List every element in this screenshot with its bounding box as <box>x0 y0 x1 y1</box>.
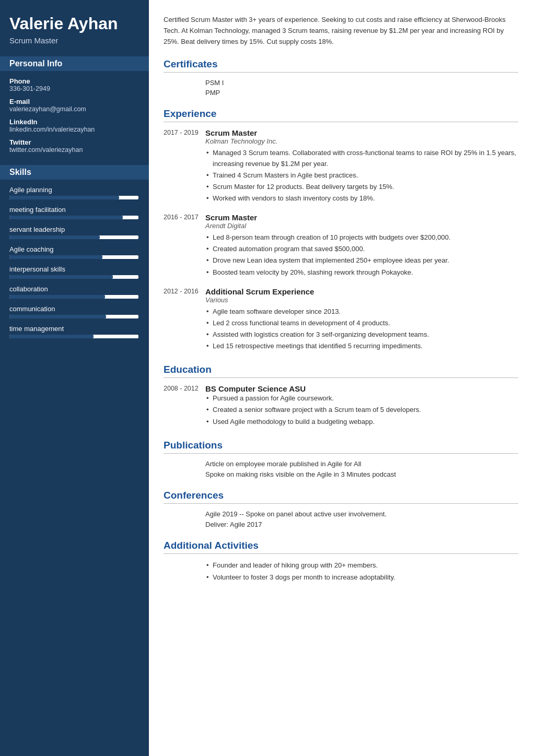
twitter-value: twitter.com/valeriezayhan <box>9 146 138 153</box>
skill-bar-fill <box>9 196 119 199</box>
sidebar: Valerie Ayhan Scrum Master Personal Info… <box>0 0 149 756</box>
skill-name: collaboration <box>9 285 138 293</box>
skill-item: collaboration <box>9 285 138 299</box>
skill-bar-bg <box>9 235 138 239</box>
phone-value: 336-301-2949 <box>9 85 138 92</box>
skill-bar-bg <box>9 315 138 318</box>
exp-bullet: Drove new Lean idea system that implemen… <box>205 255 518 266</box>
exp-date: 2012 - 2016 <box>164 287 205 353</box>
skill-name: interpersonal skills <box>9 265 138 273</box>
experience-list: 2017 - 2019 Scrum Master Kolman Technolo… <box>164 128 518 352</box>
skill-bar-fill <box>9 335 94 338</box>
skills-block: Skills Agile planning meeting facilitati… <box>9 165 138 338</box>
exp-bullet: Created automation program that saved $5… <box>205 244 518 254</box>
exp-bullet: Led 15 retrospective meetings that ident… <box>205 341 518 351</box>
publications-list: Article on employee morale published in … <box>164 460 518 478</box>
exp-bullet: Managed 3 Scrum teams. Collaborated with… <box>205 148 518 169</box>
exp-bullet: Worked with vendors to slash inventory c… <box>205 193 518 204</box>
skill-bar-bg <box>9 295 138 299</box>
exp-bullet: Boosted team velocity by 20%, slashing r… <box>205 267 518 278</box>
email-item: E-mail valeriezayhan@gmail.com <box>9 98 138 113</box>
exp-bullet: Scrum Master for 12 products. Beat deliv… <box>205 182 518 192</box>
skill-bar-fill <box>9 235 100 239</box>
email-label: E-mail <box>9 98 138 105</box>
exp-details: Scrum Master Arendt Digital Led 8-person… <box>205 213 518 279</box>
edu-bullets: Pursued a passion for Agile coursework.C… <box>205 393 518 427</box>
resume-container: Valerie Ayhan Scrum Master Personal Info… <box>0 0 535 756</box>
exp-entry: 2012 - 2016 Additional Scrum Experience … <box>164 287 518 353</box>
linkedin-label: LinkedIn <box>9 118 138 126</box>
publications-heading: Publications <box>164 440 518 454</box>
exp-date: 2016 - 2017 <box>164 213 205 279</box>
activities-list: Founder and leader of hiking group with … <box>205 560 518 583</box>
linkedin-value: linkedin.com/in/valeriezayhan <box>9 126 138 133</box>
summary-text: Certified Scrum Master with 3+ years of … <box>164 15 518 47</box>
exp-bullet: Trained 4 Scrum Masters in Agile best pr… <box>205 170 518 181</box>
exp-date: 2017 - 2019 <box>164 128 205 205</box>
linkedin-item: LinkedIn linkedin.com/in/valeriezayhan <box>9 118 138 133</box>
pub-item: Spoke on making risks visible on the Agi… <box>205 470 518 478</box>
skill-item: communication <box>9 305 138 318</box>
skill-item: Agile planning <box>9 186 138 199</box>
skill-bar-fill <box>9 315 106 318</box>
exp-entry: 2017 - 2019 Scrum Master Kolman Technolo… <box>164 128 518 205</box>
skill-bar-bg <box>9 196 138 199</box>
candidate-name: Valerie Ayhan <box>9 15 138 33</box>
exp-bullet: Assisted with logistics creation for 3 s… <box>205 329 518 340</box>
personal-info-heading: Personal Info <box>0 56 149 71</box>
exp-company: Kolman Technology Inc. <box>205 137 518 145</box>
cert-item: PSM I <box>205 79 518 87</box>
candidate-title: Scrum Master <box>9 36 138 45</box>
skills-heading: Skills <box>0 165 149 180</box>
edu-bullet: Created a senior software project with a… <box>205 405 518 415</box>
exp-job-title: Additional Scrum Experience <box>205 287 518 296</box>
skill-name: Agile coaching <box>9 245 138 253</box>
exp-job-title: Scrum Master <box>205 128 518 137</box>
skill-name: time management <box>9 325 138 333</box>
conferences-heading: Conferences <box>164 490 518 504</box>
exp-bullets: Managed 3 Scrum teams. Collaborated with… <box>205 148 518 204</box>
skill-name: servant leadership <box>9 226 138 233</box>
activity-item: Volunteer to foster 3 dogs per month to … <box>205 572 518 583</box>
experience-section: Experience 2017 - 2019 Scrum Master Kolm… <box>164 108 518 352</box>
exp-bullet: Led 8-person team through creation of 10… <box>205 232 518 243</box>
skill-name: meeting facilitation <box>9 206 138 214</box>
certificates-list: PSM IPMP <box>164 79 518 97</box>
certificates-heading: Certificates <box>164 58 518 73</box>
experience-heading: Experience <box>164 108 518 122</box>
phone-item: Phone 336-301-2949 <box>9 77 138 92</box>
skill-bar-fill <box>9 275 113 279</box>
edu-degree-title: BS Computer Science ASU <box>205 384 518 393</box>
twitter-item: Twitter twitter.com/valeriezayhan <box>9 138 138 153</box>
skill-bar-fill <box>9 216 123 219</box>
skills-list: Agile planning meeting facilitation serv… <box>9 186 138 338</box>
edu-details: BS Computer Science ASU Pursued a passio… <box>205 384 518 428</box>
skill-bar-bg <box>9 216 138 219</box>
publications-section: Publications Article on employee morale … <box>164 440 518 478</box>
certificates-section: Certificates PSM IPMP <box>164 58 518 97</box>
exp-details: Additional Scrum Experience Various Agil… <box>205 287 518 353</box>
phone-label: Phone <box>9 77 138 85</box>
edu-entry: 2008 - 2012 BS Computer Science ASU Purs… <box>164 384 518 428</box>
skill-item: interpersonal skills <box>9 265 138 279</box>
exp-job-title: Scrum Master <box>205 213 518 222</box>
activities-section: Additional Activities Founder and leader… <box>164 540 518 583</box>
education-section: Education 2008 - 2012 BS Computer Scienc… <box>164 364 518 428</box>
conferences-section: Conferences Agile 2019 -- Spoke on panel… <box>164 490 518 528</box>
email-value: valeriezayhan@gmail.com <box>9 105 138 113</box>
edu-bullet: Used Agile methodology to build a budget… <box>205 417 518 427</box>
skill-bar-bg <box>9 275 138 279</box>
exp-bullets: Agile team software developer since 2013… <box>205 306 518 352</box>
exp-bullets: Led 8-person team through creation of 10… <box>205 232 518 278</box>
exp-bullet: Agile team software developer since 2013… <box>205 306 518 317</box>
exp-entry: 2016 - 2017 Scrum Master Arendt Digital … <box>164 213 518 279</box>
cert-item: PMP <box>205 89 518 97</box>
main-content: Certified Scrum Master with 3+ years of … <box>149 0 535 756</box>
skill-bar-fill <box>9 295 105 299</box>
skill-item: time management <box>9 325 138 338</box>
twitter-label: Twitter <box>9 138 138 146</box>
edu-date: 2008 - 2012 <box>164 384 205 428</box>
activity-item: Founder and leader of hiking group with … <box>205 560 518 571</box>
conf-item: Agile 2019 -- Spoke on panel about activ… <box>205 510 518 518</box>
personal-info-block: Personal Info Phone 336-301-2949 E-mail … <box>9 56 138 153</box>
